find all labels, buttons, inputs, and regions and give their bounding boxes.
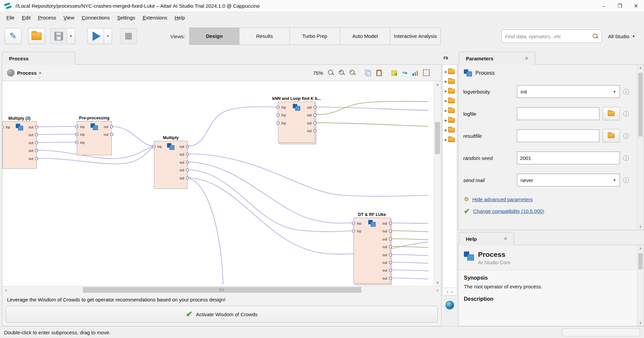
connection-wire[interactable] (187, 178, 223, 284)
connection-wire[interactable] (390, 246, 428, 247)
connection-wire[interactable] (390, 231, 428, 232)
operator-multiply-3[interactable]: Multiply (3)inpoutoutoutoutout (2, 121, 37, 169)
scroll-down-icon[interactable]: ∨ (436, 280, 439, 285)
connection-wire[interactable] (390, 223, 428, 223)
menu-edit[interactable]: Edit (18, 13, 34, 22)
menu-process[interactable]: Process (34, 13, 60, 22)
nav-right-icon[interactable]: › (451, 289, 453, 294)
output-port[interactable]: out (186, 176, 189, 180)
menu-file[interactable]: File (3, 13, 18, 22)
input-port[interactable]: inp (352, 229, 355, 233)
parameters-scroll-thumb[interactable] (638, 73, 643, 136)
scroll-down-icon[interactable]: ∨ (639, 225, 642, 228)
open-button[interactable] (28, 28, 45, 44)
canvas-vertical-scrollbar[interactable]: ∧ ∨ (434, 81, 441, 286)
change-compatibility-link[interactable]: Change compatibility (10.5.000) (473, 208, 544, 214)
connection-wire[interactable] (390, 262, 428, 263)
menu-connections[interactable]: Connections (78, 13, 113, 22)
tab-process[interactable]: Process (2, 52, 75, 65)
scroll-up-icon[interactable]: ∧ (436, 82, 439, 87)
scroll-up-icon[interactable]: ∧ (639, 66, 642, 70)
operator-knn-and-loop-find-k-b[interactable]: kNN and Loop find K b...inpinpinpoutouto… (278, 102, 315, 143)
connection-wire[interactable] (315, 101, 428, 115)
search-icon[interactable] (592, 33, 598, 39)
parameters-scrollbar[interactable]: ∧ ∨ (637, 65, 644, 230)
help-scroll-thumb[interactable] (638, 253, 643, 269)
expand-icon[interactable]: ▶ (445, 138, 447, 142)
param-input-random-seed[interactable] (517, 152, 620, 164)
expand-icon[interactable]: ▶ (445, 99, 447, 103)
menu-extensions[interactable]: Extensions (139, 13, 171, 22)
info-icon[interactable]: i (623, 133, 629, 139)
scroll-up-icon[interactable]: ∧ (639, 246, 642, 250)
operators-tab-fragment[interactable]: rs (441, 50, 458, 64)
input-port[interactable]: inp (152, 145, 156, 148)
stop-button[interactable] (120, 28, 137, 44)
tab-help[interactable]: Help ✕ (459, 232, 514, 245)
tree-folder-row[interactable]: ▶ (445, 128, 455, 132)
input-port[interactable]: inp (276, 121, 280, 125)
output-port[interactable]: out (35, 141, 38, 145)
expand-icon[interactable]: ▶ (445, 90, 447, 93)
info-icon[interactable]: i (623, 89, 629, 95)
operator-multiply[interactable]: Multiplyinpoutoutoutoutout (154, 141, 187, 189)
search-scope-dropdown[interactable]: All Studio ▼ (606, 34, 637, 39)
input-port[interactable]: inp (75, 125, 78, 128)
menu-help[interactable]: Help (171, 13, 189, 22)
hide-advanced-parameters-link[interactable]: Hide advanced parameters (472, 196, 533, 202)
info-icon[interactable]: i (623, 177, 629, 183)
connection-wire[interactable] (37, 126, 77, 127)
vertical-scroll-thumb[interactable] (435, 122, 440, 154)
add-note-icon[interactable] (391, 69, 397, 76)
run-button[interactable] (87, 28, 104, 44)
expand-icon[interactable]: ▶ (445, 128, 447, 132)
connection-wire[interactable] (37, 142, 77, 143)
globe-icon[interactable] (445, 301, 454, 309)
param-input-logfile[interactable] (517, 107, 599, 120)
output-port[interactable]: out (389, 261, 392, 264)
view-auto-model[interactable]: Auto Model (340, 27, 390, 45)
zoom-in-icon[interactable]: + (338, 69, 345, 76)
output-port[interactable]: out (389, 237, 392, 241)
connection-wire[interactable] (315, 123, 428, 126)
minimize-button[interactable]: – (596, 0, 612, 12)
copy-icon[interactable] (365, 69, 371, 76)
output-port[interactable]: out (186, 161, 189, 164)
tree-folder-row[interactable]: ▶ (445, 99, 455, 103)
maximize-button[interactable]: ❐ (612, 0, 628, 12)
output-port[interactable]: out (35, 157, 38, 160)
tree-folder-row[interactable]: ▶ (445, 69, 455, 74)
tab-parameters[interactable]: Parameters ✕ (459, 52, 535, 65)
browse-button-resultfile[interactable] (602, 129, 620, 143)
info-icon[interactable]: i (623, 155, 629, 161)
view-design[interactable]: Design (189, 27, 239, 45)
operator-pre-processing[interactable]: Pre-processinginpinpinpoutout (77, 121, 112, 155)
input-port[interactable]: inp (276, 113, 280, 117)
menu-settings[interactable]: Settings (113, 13, 139, 22)
input-port[interactable]: inp (352, 222, 355, 225)
input-port[interactable]: inp (75, 141, 78, 144)
view-interactive-analysis[interactable]: Interactive Analysis (390, 27, 441, 45)
save-dropdown-button[interactable]: ▼ (67, 28, 75, 44)
output-port[interactable]: out (313, 121, 317, 125)
canvas[interactable]: ∧ ∨ Multiply (3)inpoutoutoutoutoutPre-pr… (2, 81, 441, 286)
input-port[interactable]: inp (2, 125, 4, 129)
close-help-icon[interactable]: ✕ (495, 236, 507, 241)
show-chart-icon[interactable] (412, 69, 419, 76)
connection-wire[interactable] (390, 270, 428, 271)
output-port[interactable]: out (35, 125, 38, 129)
new-process-button[interactable]: ✎ (5, 28, 21, 44)
connection-wire[interactable] (37, 134, 77, 134)
expand-icon[interactable]: ▶ (445, 109, 447, 112)
browse-button-logfile[interactable] (602, 107, 620, 120)
expand-icon[interactable]: ▶ (445, 70, 447, 73)
run-dropdown-button[interactable]: ▼ (104, 28, 112, 44)
horizontal-scroll-thumb[interactable] (83, 287, 361, 293)
auto-wire-icon[interactable]: ↪ (401, 69, 408, 76)
input-port[interactable]: inp (75, 133, 78, 136)
connection-wire[interactable] (112, 126, 154, 146)
connection-wire[interactable] (187, 178, 428, 254)
breadcrumb[interactable]: Process (17, 70, 37, 76)
connection-wire[interactable] (315, 107, 428, 110)
operator-dt-rf-luke[interactable]: DT & RF LUkeinpinpoutoutoutoutoutoutouto… (354, 218, 390, 284)
